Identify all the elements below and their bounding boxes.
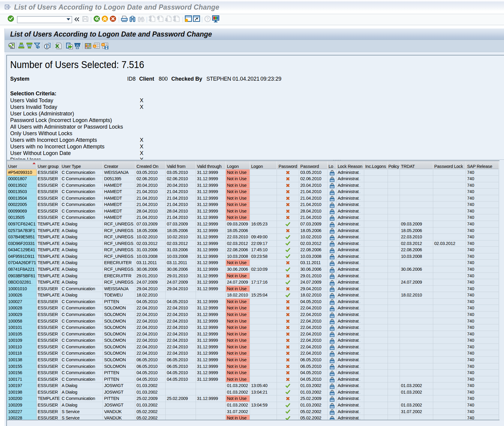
svg-text:?: ?	[206, 16, 209, 21]
